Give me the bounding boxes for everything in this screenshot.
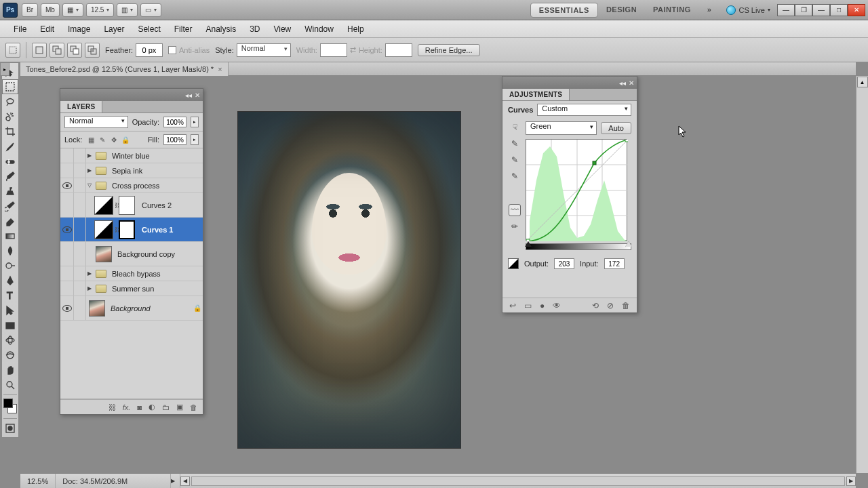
toggle-visibility-icon[interactable]: 👁: [553, 301, 561, 310]
close-tab-icon[interactable]: ×: [218, 65, 222, 73]
selection-add-icon[interactable]: [50, 43, 64, 58]
visibility-toggle[interactable]: [60, 242, 74, 266]
quick-mask-toggle[interactable]: [2, 421, 18, 436]
layers-tab[interactable]: LAYERS: [60, 101, 102, 113]
window-minimize-button[interactable]: —: [777, 4, 795, 16]
menu-analysis[interactable]: Analysis: [199, 22, 243, 37]
vertical-scrollbar[interactable]: ▲: [856, 76, 868, 473]
input-input[interactable]: [604, 258, 625, 269]
lock-transparency-icon[interactable]: ▦: [86, 135, 96, 144]
visibility-toggle[interactable]: [60, 163, 74, 178]
cs-live-dropdown[interactable]: CS Live ▾: [726, 5, 770, 15]
window-restore-button[interactable]: ❐: [795, 4, 812, 16]
menu-3d[interactable]: 3D: [243, 22, 267, 37]
minibridge-button[interactable]: Mb: [41, 3, 60, 17]
layer-mask-thumb[interactable]: [119, 220, 135, 239]
reset-icon[interactable]: ⊘: [607, 301, 614, 310]
marquee-tool-preset-dropdown[interactable]: [5, 43, 20, 58]
close-panel-icon[interactable]: ✕: [629, 79, 634, 87]
visibility-toggle[interactable]: [60, 296, 74, 320]
window-maximize-button[interactable]: □: [830, 4, 848, 16]
collapse-icon[interactable]: ◂◂: [619, 79, 626, 87]
menu-layer[interactable]: Layer: [97, 22, 131, 37]
delete-adjustment-icon[interactable]: 🗑: [622, 301, 630, 310]
collapse-icon[interactable]: ◂◂: [185, 92, 192, 99]
opacity-input[interactable]: [163, 117, 186, 127]
history-brush-tool[interactable]: [2, 199, 18, 214]
layer-fx-icon[interactable]: fx.: [123, 403, 131, 411]
selection-intersect-icon[interactable]: [85, 43, 100, 58]
expand-icon[interactable]: ▶: [86, 285, 93, 291]
3d-orbit-tool[interactable]: [2, 348, 18, 363]
channel-select[interactable]: Green: [526, 121, 597, 135]
workspace-essentials[interactable]: ESSENTIALS: [530, 3, 598, 18]
lasso-tool[interactable]: [2, 94, 18, 109]
adjustment-preset-select[interactable]: Custom: [537, 104, 631, 116]
marquee-tool[interactable]: [2, 79, 18, 94]
scroll-up-icon[interactable]: ▲: [857, 77, 868, 87]
previous-state-icon[interactable]: ⟲: [592, 301, 599, 310]
document-canvas[interactable]: [237, 111, 461, 449]
menu-file[interactable]: File: [7, 22, 33, 37]
type-tool[interactable]: T: [2, 288, 18, 303]
curve-draw-mode-icon[interactable]: ✏: [509, 220, 521, 232]
panel-titlebar[interactable]: ◂◂✕: [502, 77, 637, 89]
curves-graph[interactable]: [526, 139, 627, 241]
new-adjustment-icon[interactable]: ◐: [149, 403, 155, 411]
workspace-painting[interactable]: PAINTING: [645, 3, 699, 18]
zoom-level-dropdown[interactable]: 12.5: [86, 3, 114, 17]
canvas-area[interactable]: ◂◂✕ LAYERS Normal Opacity: ▸ Lock: ▦ ✎ ✥…: [20, 76, 856, 473]
gray-point-eyedropper-icon[interactable]: ✎: [509, 154, 521, 166]
document-tab[interactable]: Tones_Before2.psd @ 12.5% (Curves 1, Lay…: [20, 62, 229, 76]
foreground-background-colors[interactable]: [2, 397, 18, 416]
doc-size-status[interactable]: Doc: 34.5M/206.9M: [56, 474, 171, 488]
crop-tool[interactable]: [2, 124, 18, 139]
visibility-toggle[interactable]: [60, 148, 74, 163]
lock-position-icon[interactable]: ✥: [109, 135, 119, 144]
menu-view[interactable]: View: [267, 22, 298, 37]
layer-curves-2[interactable]: ▶ ⛓ Curves 2: [60, 193, 203, 218]
return-to-list-icon[interactable]: ↩: [509, 301, 516, 310]
expanded-view-icon[interactable]: ▭: [524, 301, 532, 310]
fill-input[interactable]: [163, 134, 186, 145]
blur-tool[interactable]: [2, 243, 18, 258]
quick-selection-tool[interactable]: [2, 109, 18, 124]
eraser-tool[interactable]: [2, 214, 18, 228]
clip-to-layer-icon[interactable]: ●: [540, 301, 545, 310]
visibility-toggle[interactable]: [60, 266, 74, 281]
gradient-tool[interactable]: [2, 228, 18, 243]
link-layers-icon[interactable]: ⛓: [108, 403, 116, 411]
visibility-toggle[interactable]: [60, 178, 74, 192]
visibility-toggle[interactable]: [60, 218, 74, 241]
rectangle-tool[interactable]: [2, 318, 18, 333]
white-point-eyedropper-icon[interactable]: ✎: [509, 170, 521, 182]
window-close-button[interactable]: ✕: [848, 4, 865, 16]
view-extras-dropdown[interactable]: ▦: [62, 3, 83, 17]
zoom-tool[interactable]: [2, 378, 18, 392]
workspace-design[interactable]: DESIGN: [598, 3, 645, 18]
workspace-more-icon[interactable]: »: [699, 3, 720, 18]
dodge-tool[interactable]: [2, 258, 18, 273]
input-gradient-strip[interactable]: [526, 243, 631, 250]
collapse-icon[interactable]: ▽: [86, 182, 93, 188]
lock-all-icon[interactable]: 🔒: [121, 135, 130, 144]
feather-input[interactable]: [136, 43, 163, 57]
close-panel-icon[interactable]: ✕: [195, 92, 200, 99]
curve-edit-mode-icon[interactable]: 〰: [509, 204, 521, 216]
layer-group-bleach-bypass[interactable]: ▶ Bleach bypass: [60, 266, 203, 281]
expand-panels-icon[interactable]: ▸: [0, 62, 9, 76]
selection-new-icon[interactable]: [32, 43, 47, 58]
layer-group-cross-process[interactable]: ▽ Cross process: [60, 178, 203, 193]
output-input[interactable]: [554, 258, 574, 269]
arrange-documents-dropdown[interactable]: ▥: [117, 3, 138, 17]
zoom-status[interactable]: 12.5%: [20, 474, 56, 488]
menu-filter[interactable]: Filter: [167, 22, 199, 37]
fill-flyout-icon[interactable]: ▸: [191, 134, 199, 145]
lock-pixels-icon[interactable]: ✎: [98, 135, 107, 144]
new-layer-icon[interactable]: ▣: [176, 403, 183, 411]
bridge-button[interactable]: Br: [22, 3, 38, 17]
horizontal-scrollbar[interactable]: [191, 476, 845, 486]
layer-mask-thumb[interactable]: [119, 196, 135, 215]
visibility-toggle[interactable]: [60, 281, 74, 296]
expand-icon[interactable]: ▶: [86, 270, 93, 277]
